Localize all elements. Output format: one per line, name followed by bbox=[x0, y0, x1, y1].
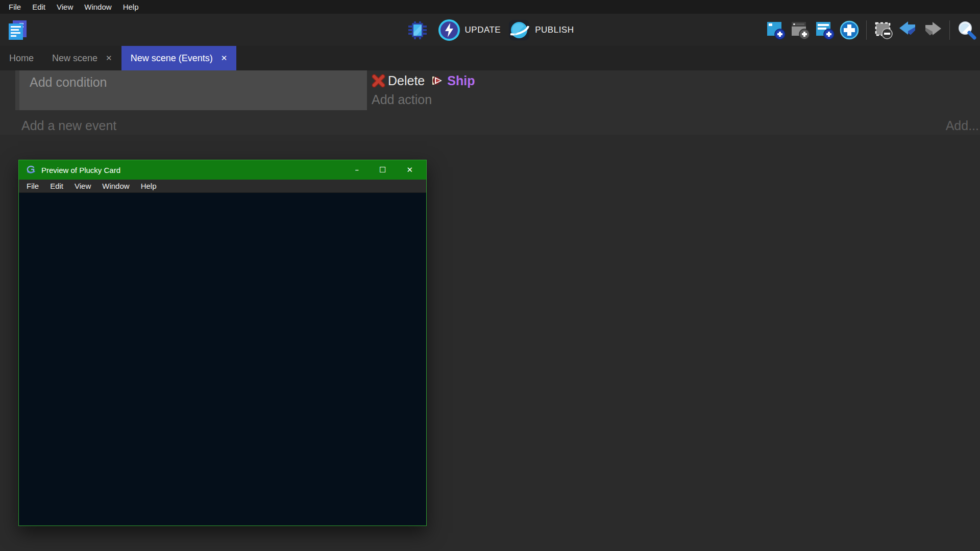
event-drag-handle[interactable] bbox=[15, 70, 19, 110]
app-menubar: File Edit View Window Help bbox=[0, 0, 980, 14]
undo-icon[interactable] bbox=[898, 20, 918, 40]
update-button[interactable]: UPDATE bbox=[438, 19, 501, 41]
ship-icon bbox=[431, 74, 444, 87]
action-verb: Delete bbox=[388, 73, 425, 88]
publish-button[interactable]: PUBLISH bbox=[508, 19, 574, 41]
publish-icon bbox=[508, 19, 530, 41]
event-row: Add condition Delete bbox=[15, 70, 980, 110]
tab-bar: Home New scene ✕ New scene (Events) ✕ bbox=[0, 46, 980, 70]
preview-menu-window[interactable]: Window bbox=[96, 180, 135, 193]
menu-file[interactable]: File bbox=[3, 0, 27, 14]
remove-selection-icon[interactable] bbox=[873, 20, 894, 40]
tab-close-icon[interactable]: ✕ bbox=[106, 54, 112, 63]
add-comment-icon[interactable] bbox=[815, 20, 835, 40]
preview-menubar: File Edit View Window Help bbox=[19, 180, 426, 193]
preview-menu-help[interactable]: Help bbox=[135, 180, 162, 193]
gdevelop-logo-icon bbox=[26, 165, 36, 175]
tab-label: New scene (Events) bbox=[131, 53, 213, 64]
debug-icon[interactable] bbox=[406, 19, 429, 41]
add-event-icon[interactable] bbox=[766, 20, 786, 40]
tab-label: New scene bbox=[52, 53, 97, 64]
add-subevent-icon[interactable] bbox=[790, 20, 811, 40]
toolbar-separator bbox=[949, 20, 950, 40]
tab-new-scene[interactable]: New scene ✕ bbox=[43, 46, 121, 70]
action-item[interactable]: Delete Ship bbox=[372, 70, 980, 91]
add-event-row: Add a new event Add... bbox=[0, 110, 980, 133]
tab-label: Home bbox=[9, 53, 34, 64]
menu-view[interactable]: View bbox=[51, 0, 79, 14]
toolbar-separator bbox=[866, 20, 867, 40]
preview-menu-view[interactable]: View bbox=[69, 180, 96, 193]
events-sheet: Add condition Delete bbox=[0, 70, 980, 135]
close-button[interactable]: ✕ bbox=[406, 160, 413, 180]
search-icon[interactable] bbox=[957, 20, 977, 40]
preview-menu-edit[interactable]: Edit bbox=[44, 180, 69, 193]
actions-column[interactable]: Delete Ship Add action bbox=[367, 70, 980, 110]
action-object-name: Ship bbox=[447, 73, 475, 88]
redo-icon[interactable] bbox=[922, 20, 943, 40]
add-action-placeholder[interactable]: Add action bbox=[372, 91, 980, 108]
add-new-event-placeholder[interactable]: Add a new event bbox=[21, 118, 116, 133]
menu-edit[interactable]: Edit bbox=[27, 0, 51, 14]
tab-new-scene-events[interactable]: New scene (Events) ✕ bbox=[121, 46, 237, 70]
add-more-button[interactable]: Add... bbox=[946, 118, 979, 133]
update-label: UPDATE bbox=[465, 25, 501, 35]
tab-home[interactable]: Home bbox=[0, 46, 43, 70]
conditions-column[interactable]: Add condition bbox=[19, 70, 367, 110]
menu-help[interactable]: Help bbox=[117, 0, 144, 14]
choose-event-icon[interactable] bbox=[839, 20, 860, 40]
publish-label: PUBLISH bbox=[535, 25, 574, 35]
preview-window: Preview of Plucky Card – ☐ ✕ File Edit V… bbox=[18, 160, 427, 526]
game-canvas[interactable] bbox=[19, 193, 426, 525]
add-condition-placeholder[interactable]: Add condition bbox=[30, 75, 107, 89]
preview-menu-file[interactable]: File bbox=[21, 180, 44, 193]
main-toolbar: UPDATE PUBLISH bbox=[0, 14, 980, 46]
preview-titlebar[interactable]: Preview of Plucky Card – ☐ ✕ bbox=[19, 160, 426, 180]
maximize-button[interactable]: ☐ bbox=[379, 160, 386, 180]
menu-window[interactable]: Window bbox=[79, 0, 117, 14]
preview-window-title: Preview of Plucky Card bbox=[41, 166, 355, 174]
update-icon bbox=[438, 19, 460, 41]
minimize-button[interactable]: – bbox=[355, 160, 359, 180]
delete-x-icon bbox=[372, 74, 385, 88]
tab-close-icon[interactable]: ✕ bbox=[221, 54, 228, 63]
